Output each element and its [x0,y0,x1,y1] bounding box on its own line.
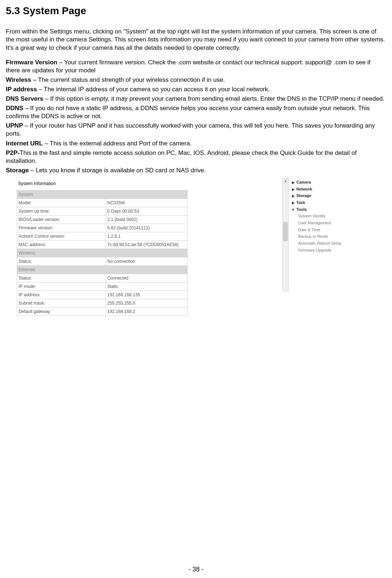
row-value: NC335W [106,199,188,207]
nav-sub-item[interactable]: Automatic Reboot Setup [291,240,341,247]
nav-top-item[interactable]: ▶ Network [291,186,341,193]
system-information-title: System Information [18,181,188,187]
screenshot-region: System Information SystemModel:NC335WSys… [6,178,386,316]
nav-sub-item[interactable]: Backup or Reset [291,233,341,240]
row-value: 192.168.168.135 [106,291,188,299]
table-row: BIOS/Loader version:2.1 (build 0002) [17,216,188,224]
row-label: Firmware version: [17,224,106,232]
table-row: Default gateway:192.168.168.2 [17,308,188,316]
scroll-up-arrow[interactable]: ▲ [283,178,288,184]
definition-term: Firmware Version [6,59,57,66]
row-label: BIOS/Loader version: [17,216,106,224]
definition-item: DNS Servers – If this option is empty, i… [6,95,386,103]
table-section-header: Ethernet [17,266,188,274]
definition-term: DDNS [6,105,23,112]
section-heading: 5.3 System Page [6,4,386,17]
row-label: Model: [17,199,106,207]
table-row: IP mode:Static [17,282,188,291]
scrollbar[interactable]: ▲ [282,178,289,292]
definition-item: DDNS – If you do not have a static IP ad… [6,104,386,120]
definition-item: P2P-This is the fast and simple remote a… [6,149,386,165]
nav-sub-item[interactable]: System Identity [291,213,341,220]
table-row: IP address:192.168.168.135 [17,291,188,299]
row-value: Static [106,282,188,291]
system-info-table: SystemModel:NC335WSystem up time:0 Days … [17,190,188,316]
system-information-panel: System Information SystemModel:NC335WSys… [17,178,188,316]
row-label: ActiveX Control version: [17,232,106,241]
intro-paragraph: From within the Settings menu, clicking … [6,28,386,52]
row-value: 0 Days 00:00:53 [106,207,188,216]
nav-top-item[interactable]: ▼ Tools [291,206,341,213]
nav-sub-item[interactable]: Date & Time [291,226,341,233]
row-value: 255.255.255.0 [106,299,188,308]
definition-term: P2P- [6,149,20,156]
table-section-header: System [17,190,188,199]
row-label: MAC address: [17,241,106,249]
caret-icon: ▶ [291,200,295,206]
row-label: Status: [17,257,106,266]
row-label: Default gateway: [17,308,106,316]
nav-top-item[interactable]: ▶ Task [291,199,341,206]
row-label: IP address: [17,291,106,299]
row-label: IP mode: [17,282,106,291]
nav-top-item[interactable]: ▶ Storage [291,192,341,199]
table-row: Firmware version:5.82 (build 20141112) [17,224,188,232]
definition-term: Internet URL [6,140,43,147]
row-value: 1,2,6,1 [106,232,188,241]
table-row: System up time:0 Days 00:00:53 [17,207,188,216]
row-label: Status: [17,274,106,282]
row-value: 2.1 (build 0002) [106,216,188,224]
table-section-header: Wireless [17,249,188,257]
definition-term: IP address [6,86,37,93]
nav-top-item[interactable]: ▶ Camera [291,179,341,186]
definitions-block: Firmware Version – Your current firmware… [6,59,386,174]
table-row: Status:Connected [17,274,188,282]
definition-item: Internet URL – This is the external addr… [6,140,386,148]
table-row: Status:No connection [17,257,188,266]
definition-item: Wireless – The current status and streng… [6,76,386,84]
definition-term: Wireless [6,76,31,83]
definition-term: UPNP [6,122,23,129]
row-value: 7c:dd:90:51:ae:58 (7CDD9051AE58) [106,241,188,249]
table-row: Subnet mask:255.255.255.0 [17,299,188,308]
nav-list: ▶ Camera▶ Network▶ Storage▶ Task▼ ToolsS… [291,178,341,254]
table-row: Model:NC335W [17,199,188,207]
row-label: System up time: [17,207,106,216]
caret-icon: ▼ [291,207,295,213]
definition-term: Storage [6,167,29,174]
row-value: 192.168.168.2 [106,308,188,316]
scroll-thumb[interactable] [283,222,288,241]
definition-term: DNS Servers [6,95,43,102]
row-value: 5.82 (build 20141112) [106,224,188,232]
definition-item: IP address – The internal IP address of … [6,85,386,93]
row-value: Connected [106,274,188,282]
row-value: No connection [106,257,188,266]
table-row: ActiveX Control version:1,2,6,1 [17,232,188,241]
caret-icon: ▶ [291,187,295,192]
caret-icon: ▶ [291,180,295,185]
nav-sub-item[interactable]: Firmware Upgrade [291,247,341,254]
table-row: MAC address:7c:dd:90:51:ae:58 (7CDD9051A… [17,241,188,249]
row-label: Subnet mask: [17,299,106,308]
nav-sub-item[interactable]: User Management [291,220,341,226]
definition-item: Storage – Lets you know if storage is av… [6,166,386,174]
definition-item: UPNP – If your router has UPNP and it ha… [6,122,386,138]
definition-item: Firmware Version – Your current firmware… [6,59,386,75]
settings-nav-panel: ▲ ▶ Camera▶ Network▶ Storage▶ Task▼ Tool… [282,178,341,292]
caret-icon: ▶ [291,193,295,199]
